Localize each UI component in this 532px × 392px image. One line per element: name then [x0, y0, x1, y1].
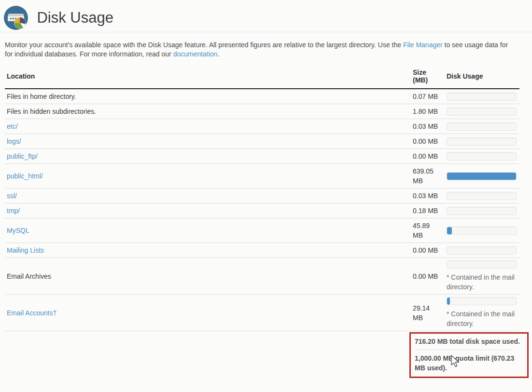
size-value: 29.14 MB [413, 295, 441, 331]
intro-text-segment: Monitor your account's available space w… [5, 41, 403, 49]
contained-note: * Contained in the mail directory. [447, 272, 519, 292]
table-row: public_ftp/0.00 MB [5, 149, 519, 164]
location-link[interactable]: logs/ [7, 137, 21, 145]
page-title: Disk Usage [37, 9, 113, 27]
disk-usage-bar [447, 93, 517, 101]
column-header-location: Location [5, 64, 413, 89]
size-value: 0.00 MB [413, 243, 441, 258]
location-link[interactable]: public_html/ [7, 172, 43, 180]
table-row: Mailing Lists0.00 MB [5, 243, 519, 258]
disk-usage-bar [447, 260, 517, 269]
disk-usage-cell: * Contained in the mail directory. [441, 295, 519, 331]
location-link[interactable]: ssl/ [7, 192, 17, 200]
size-value: 0.00 MB [413, 149, 441, 164]
disk-usage-cell [441, 149, 519, 164]
disk-usage-bar [447, 172, 517, 180]
contained-note: * Contained in the mail directory. [447, 309, 519, 328]
table-row: ssl/0.03 MB [5, 189, 519, 203]
pie-chart-icon [14, 17, 26, 28]
disk-usage-cell: * Contained in the mail directory. [441, 258, 519, 295]
total-disk-space-text: 716.20 MB total disk space used. [415, 337, 523, 346]
location-label: Email Archives [7, 272, 51, 280]
disk-usage-bar [447, 246, 517, 255]
table-row: Email Accounts†29.14 MB* Contained in th… [5, 295, 519, 331]
intro-text-segment: . [217, 50, 219, 58]
table-row: Files in home directory.0.07 MB [5, 89, 519, 104]
disk-usage-cell [441, 104, 519, 119]
disk-usage-bar [447, 297, 517, 305]
size-value: 45.89 MB [413, 218, 441, 243]
size-value: 0.00 MB [413, 134, 441, 149]
disk-usage-bar [447, 207, 517, 215]
location-label: Files in hidden subdirectories. [7, 108, 96, 115]
documentation-link[interactable]: documentation [173, 50, 218, 58]
summary-empty-cell [5, 331, 413, 378]
disk-usage-bar [447, 192, 517, 200]
disk-usage-bar [447, 108, 517, 116]
size-value: 1.80 MB [413, 104, 441, 119]
disk-usage-cell [441, 189, 519, 203]
disk-usage-bar [447, 227, 517, 235]
quota-limit-text: 1,000.00 MB quota limit (670.23 MB used)… [415, 353, 523, 373]
size-value: 0.18 MB [413, 203, 441, 218]
table-row: tmp/0.18 MB [5, 203, 519, 218]
disk-usage-bar [447, 122, 517, 131]
location-link[interactable]: MySQL [7, 227, 29, 234]
location-label: Files in home directory. [7, 93, 76, 100]
disk-usage-icon [4, 6, 28, 30]
page-header: Disk Usage [0, 0, 532, 32]
summary-cell: 716.20 MB total disk space used. 1,000.0… [413, 331, 519, 378]
intro-text: Monitor your account's available space w… [5, 41, 532, 59]
disk-usage-bar [447, 152, 517, 161]
table-row: Files in hidden subdirectories.1.80 MB [5, 104, 519, 119]
quota-divider [415, 350, 514, 350]
disk-usage-bar-fill [447, 173, 516, 180]
intro-text-segment: to see usage data for [443, 41, 508, 49]
intro-line-2: for individual databases. For more infor… [5, 50, 532, 59]
quota-summary-box: 716.20 MB total disk space used. 1,000.0… [409, 332, 529, 378]
location-link[interactable]: Email Accounts† [7, 309, 57, 317]
disk-usage-table-body: Files in home directory.0.07 MBFiles in … [5, 89, 519, 331]
table-header-row: Location Size (MB) Disk Usage [5, 64, 519, 89]
column-header-size: Size (MB) [413, 64, 441, 89]
table-row: MySQL45.89 MB [5, 218, 519, 243]
disk-usage-bar [447, 137, 517, 146]
disk-usage-cell [441, 119, 519, 134]
size-value: 0.00 MB [413, 258, 441, 295]
table-row: logs/0.00 MB [5, 134, 519, 149]
disk-usage-cell [441, 134, 519, 149]
size-value: 0.03 MB [413, 119, 441, 134]
column-header-disk-usage: Disk Usage [441, 64, 519, 89]
file-manager-link[interactable]: File Manager [403, 41, 443, 49]
disk-usage-bar-fill [447, 227, 452, 234]
disk-usage-cell [441, 243, 519, 258]
disk-usage-bar-fill [447, 297, 450, 305]
disk-usage-cell [441, 203, 519, 218]
location-link[interactable]: etc/ [7, 122, 18, 130]
location-link[interactable]: public_ftp/ [7, 152, 38, 160]
size-value: 0.07 MB [413, 89, 441, 104]
location-link[interactable]: tmp/ [7, 207, 20, 215]
disk-usage-cell [441, 164, 519, 189]
table-row: Email Archives0.00 MB* Contained in the … [5, 258, 519, 295]
location-link[interactable]: Mailing Lists [7, 246, 44, 254]
disk-usage-cell [441, 89, 519, 104]
table-row: etc/0.03 MB [5, 119, 519, 134]
disk-usage-table: Location Size (MB) Disk Usage Files in h… [5, 64, 519, 378]
intro-line-1: Monitor your account's available space w… [5, 41, 532, 50]
summary-row: 716.20 MB total disk space used. 1,000.0… [5, 331, 519, 378]
table-row: public_html/639.05 MB [5, 164, 519, 189]
disk-usage-cell [441, 218, 519, 243]
size-value: 0.03 MB [413, 189, 441, 203]
size-value: 639.05 MB [413, 164, 441, 189]
intro-text-segment: for individual databases. For more infor… [5, 50, 173, 58]
